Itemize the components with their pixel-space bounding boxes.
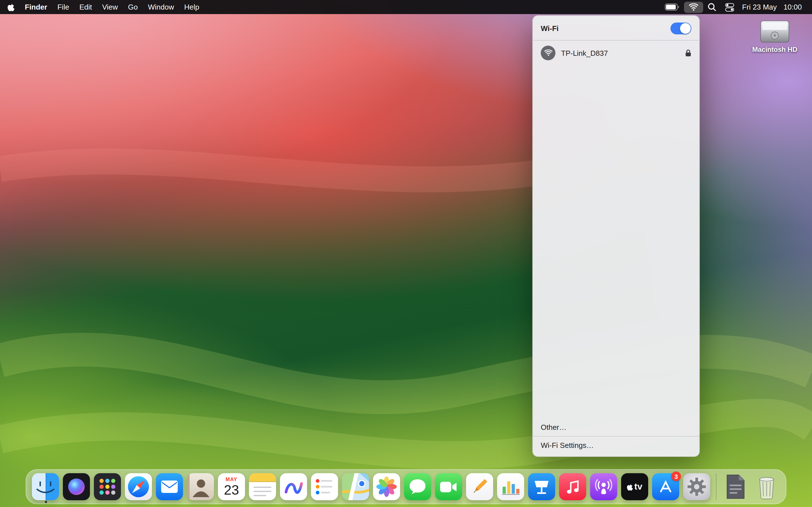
spotlight-icon[interactable] (703, 1, 721, 13)
menu-window[interactable]: Window (143, 0, 179, 14)
dock-item-messages[interactable] (404, 473, 431, 500)
dock-item-system-settings[interactable] (683, 473, 710, 500)
wifi-menu-panel: Wi-Fi TP-Link_D837 Other… Wi-Fi Settings… (532, 15, 700, 457)
document-icon (725, 474, 746, 500)
hard-drive-icon (760, 19, 790, 44)
trash-icon (756, 474, 777, 500)
apple-logo-icon (627, 483, 633, 490)
calendar-month-label: MAY (225, 477, 238, 482)
control-center-icon[interactable] (721, 1, 739, 13)
desktop-screen: Finder File Edit View Go Window Help Fri… (0, 0, 812, 507)
menu-bar-date[interactable]: Fri 23 May (739, 3, 780, 11)
dock-item-keynote[interactable] (528, 473, 555, 500)
dock-item-finder[interactable] (32, 473, 59, 500)
panel-spacer (533, 65, 699, 418)
dock-item-launchpad[interactable] (94, 473, 121, 500)
dock-item-notes[interactable] (249, 473, 276, 500)
dock-item-contacts[interactable] (187, 473, 214, 500)
finder-running-indicator (45, 501, 47, 503)
dock-item-numbers[interactable] (497, 473, 524, 500)
wifi-toggle[interactable] (670, 22, 691, 34)
dock-item-safari[interactable] (125, 473, 152, 500)
dock: MAY 23 (26, 469, 786, 504)
dock-item-music[interactable] (559, 473, 586, 500)
wifi-toggle-knob (680, 23, 691, 34)
notification-badge: 3 (671, 471, 681, 481)
desktop-icon-macintosh-hd[interactable]: Macintosh HD (746, 19, 804, 54)
dock-item-podcasts[interactable] (590, 473, 617, 500)
wifi-network-name: TP-Link_D837 (561, 49, 608, 57)
dock-item-maps[interactable] (342, 473, 369, 500)
dock-item-siri[interactable] (63, 473, 90, 500)
wifi-signal-icon (541, 46, 555, 60)
dock-item-freeform[interactable] (280, 473, 307, 500)
lock-icon (685, 49, 691, 57)
wifi-settings-button[interactable]: Wi-Fi Settings… (533, 437, 699, 456)
menu-help[interactable]: Help (179, 0, 204, 14)
apple-menu[interactable] (2, 0, 20, 14)
menu-go[interactable]: Go (123, 0, 143, 14)
apple-logo-icon (7, 3, 15, 11)
dock-item-reminders[interactable] (311, 473, 338, 500)
menu-app-name[interactable]: Finder (20, 0, 52, 14)
dock-item-photos[interactable] (373, 473, 400, 500)
dock-divider (716, 473, 716, 500)
dock-item-trash[interactable] (753, 473, 780, 500)
menu-edit[interactable]: Edit (74, 0, 97, 14)
menu-bar-time[interactable]: 10:00 (780, 3, 805, 11)
dock-item-file[interactable] (722, 473, 749, 500)
wifi-menu-icon[interactable] (684, 1, 703, 13)
menu-bar: Finder File Edit View Go Window Help Fri… (0, 0, 812, 14)
dock-item-calendar[interactable]: MAY 23 (218, 473, 245, 500)
dock-item-facetime[interactable] (435, 473, 462, 500)
wifi-panel-title: Wi-Fi (541, 24, 559, 33)
volume-label: Macintosh HD (752, 46, 797, 54)
menu-file[interactable]: File (52, 0, 74, 14)
dock-item-app-store[interactable]: 3 (652, 473, 679, 500)
app-store-a-glyph (656, 477, 675, 496)
wifi-other-button[interactable]: Other… (533, 418, 699, 436)
battery-icon[interactable] (660, 2, 684, 12)
tv-label: tv (635, 482, 642, 491)
wifi-network-row[interactable]: TP-Link_D837 (533, 41, 699, 65)
calendar-day-label: 23 (224, 483, 239, 497)
dock-item-mail[interactable] (156, 473, 183, 500)
gear-icon (686, 476, 707, 497)
dock-item-apple-tv[interactable]: tv (621, 473, 648, 500)
dock-item-pages[interactable] (466, 473, 493, 500)
menu-view[interactable]: View (97, 0, 123, 14)
